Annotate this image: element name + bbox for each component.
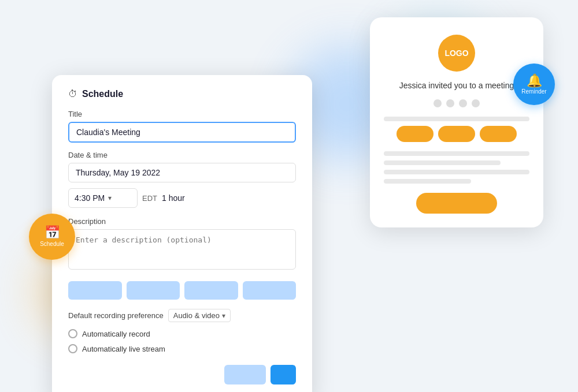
duration-label: 1 hour [162, 193, 185, 203]
time-select[interactable]: 4:30 PM ▾ [68, 188, 138, 208]
invite-card: LOGO Jessica invited you to a meeting [370, 17, 543, 227]
reminder-label: Reminder [521, 88, 546, 95]
invite-line-2 [384, 151, 529, 156]
date-input[interactable] [68, 163, 296, 182]
calendar-icon: 📅 [45, 226, 60, 239]
action-btn-1[interactable] [68, 281, 122, 300]
invite-btn-3[interactable] [480, 126, 517, 142]
save-button[interactable] [271, 365, 296, 384]
dot-4 [472, 99, 480, 107]
recording-select[interactable]: Audio & video ▾ [168, 309, 231, 322]
invite-line-4 [384, 170, 529, 174]
dot-1 [433, 99, 442, 107]
invite-btn-1[interactable] [397, 126, 433, 142]
action-buttons-row [68, 281, 296, 300]
auto-live-row[interactable]: Automatically live stream [68, 344, 296, 353]
card-title: Schedule [82, 89, 123, 99]
card-header: ⏱ Schedule [68, 89, 296, 99]
timezone-label: EDT [142, 194, 157, 203]
logo-text: LOGO [444, 48, 468, 58]
auto-live-radio[interactable] [68, 344, 77, 353]
dot-3 [459, 99, 467, 107]
schedule-badge-label: Schedule [40, 241, 64, 247]
description-label: Description [68, 217, 296, 226]
date-label: Date & time [68, 151, 296, 159]
action-btn-2[interactable] [127, 281, 180, 300]
auto-record-row[interactable]: Automatically record [68, 329, 296, 338]
invite-action-button[interactable] [416, 193, 497, 214]
bottom-buttons [68, 365, 296, 384]
clock-icon: ⏱ [68, 89, 77, 99]
time-value: 4:30 PM [75, 193, 105, 203]
recording-option: Audio & video [173, 311, 220, 320]
auto-record-radio[interactable] [68, 329, 77, 338]
description-textarea[interactable] [68, 229, 296, 270]
action-btn-3[interactable] [184, 281, 238, 300]
recording-label: Default recording preference [68, 311, 164, 320]
invite-line-3 [384, 160, 501, 165]
time-row: 4:30 PM ▾ EDT 1 hour [68, 188, 296, 208]
cancel-button[interactable] [224, 365, 266, 384]
invite-title: Jessica invited you to a meeting [384, 81, 529, 90]
recording-chevron-icon: ▾ [222, 312, 225, 320]
invite-line-5 [384, 179, 471, 184]
dots-row [384, 99, 529, 107]
time-chevron-icon: ▾ [108, 194, 112, 202]
auto-record-label: Automatically record [82, 330, 150, 338]
auto-live-label: Automatically live stream [82, 345, 165, 353]
dot-2 [446, 99, 454, 107]
schedule-card: ⏱ Schedule Title Date & time 4:30 PM ▾ E… [52, 75, 312, 392]
invite-buttons [384, 126, 529, 142]
reminder-badge: 🔔 Reminder [513, 64, 555, 105]
invite-btn-2[interactable] [438, 126, 475, 142]
title-input[interactable] [68, 122, 296, 143]
schedule-badge: 📅 Schedule [29, 214, 75, 260]
title-label: Title [68, 110, 296, 118]
scene: LOGO Jessica invited you to a meeting 🔔 … [0, 0, 578, 392]
recording-row: Default recording preference Audio & vid… [68, 309, 296, 322]
invite-line-1 [384, 117, 529, 121]
action-btn-4[interactable] [243, 281, 297, 300]
logo-circle: LOGO [438, 35, 475, 72]
reminder-bell-icon: 🔔 [527, 74, 542, 87]
